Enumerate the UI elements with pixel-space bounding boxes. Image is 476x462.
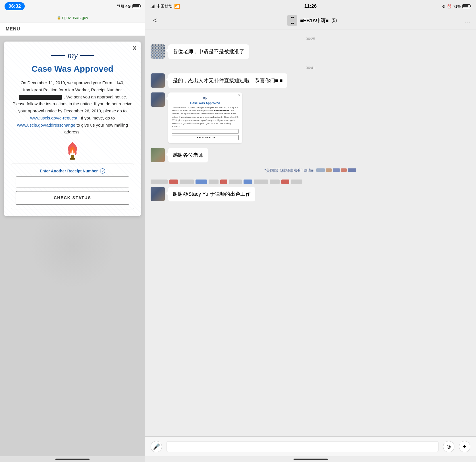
message-bubble: 各位老师，申请是不是被批准了 (168, 44, 249, 59)
message-row-screenshot: ✕ my Case Was Approved On December 11, 2… (151, 92, 470, 143)
message-input-bar: 🎤 ☺ + (145, 436, 476, 456)
message-row: 各位老师，申请是不是被批准了 (151, 44, 470, 59)
mini-body-text: On December 11, 2019, we approved your F… (172, 106, 239, 128)
status-icons: 4G (117, 4, 140, 9)
avatar (151, 73, 165, 88)
browser-url-bar[interactable]: 🔒 egov.uscis.gov (0, 13, 145, 22)
message-text: 各位老师，申请是不是被批准了 (173, 49, 244, 54)
right-status-icons: ⊙ ⏰ 71% (442, 4, 470, 9)
message-row: 谢谢@Stacy Yu 于律师的出色工作 (151, 187, 470, 201)
message-bubble: 感谢各位老师 (168, 148, 208, 162)
wifi-icon: 📶 (174, 4, 180, 9)
enter-receipt-label: Enter Another Receipt Number ? (16, 168, 129, 174)
status-bar-right: 中国移动 📶 11:26 ⊙ ⏰ 71% (145, 0, 476, 13)
invite-message: "美国廊飞律师事务所"邀请■ (151, 168, 470, 173)
plus-icon: + (463, 443, 467, 450)
approval-body: On December 11, 2019, we approved your F… (11, 79, 134, 136)
e-request-link[interactable]: www.uscis.gov/e-request (30, 116, 77, 120)
member-count: (5) (331, 18, 337, 23)
message-text: 谢谢@Stacy Yu 于律师的出色工作 (173, 191, 251, 197)
message-input-field[interactable] (167, 441, 438, 452)
uscis-panel: 06:32 4G 🔒 egov.uscis.gov MENU + X (0, 0, 145, 462)
approval-title: Case Was Approved (11, 64, 134, 74)
signal-bars-icon (151, 4, 155, 8)
enter-receipt-section: Enter Another Receipt Number ? CHECK STA… (11, 164, 134, 209)
chat-title: ■EB1A申请■ (300, 17, 329, 24)
timestamp-2: 06:41 (151, 66, 470, 70)
back-button[interactable]: < (151, 15, 160, 26)
carrier-name: 中国移动 (157, 4, 172, 9)
alarm-icon: ⏰ (447, 4, 452, 9)
battery-percent: 71% (453, 4, 461, 9)
check-status-button[interactable]: CHECK STATUS (16, 191, 129, 205)
message-bubble: 是的，杰出人才无补件直接通过啦！恭喜你们■ ■ (168, 73, 287, 88)
emoji-icon: ☺ (446, 443, 452, 450)
voice-button[interactable]: 🎤 (151, 441, 162, 452)
address-change-link[interactable]: www.uscis.gov/addresschange (17, 123, 75, 127)
timestamp-1: 06:25 (151, 37, 470, 41)
time-display: 06:32 (5, 2, 25, 10)
mini-check-status: CHECK STATUS (172, 135, 239, 140)
screenshot-bubble: ✕ my Case Was Approved On December 11, 2… (168, 92, 242, 143)
group-avatar: ▪▪▪▪ (287, 15, 297, 26)
approval-modal: X my Case Was Approved On December 11, 2… (4, 42, 141, 216)
wechat-panel: 中国移动 📶 11:26 ⊙ ⏰ 71% < ▪▪▪▪ ■EB1A申请■ (5)… (145, 0, 476, 462)
emoji-button[interactable]: ☺ (443, 441, 454, 452)
logo-dash-right (80, 55, 94, 56)
mini-script-text: my (203, 96, 207, 100)
status-bar-left: 06:32 4G (0, 0, 145, 13)
message-text: 感谢各位老师 (173, 152, 203, 158)
signal-bars-icon (117, 5, 124, 8)
message-bubble: 谢谢@Stacy Yu 于律师的出色工作 (168, 187, 255, 201)
messages-area: 06:25 各位老师，申请是不是被批准了 06:41 是的，杰出人才无补件直接通… (145, 30, 476, 436)
screen-record-icon: ⊙ (442, 4, 445, 9)
mini-input (172, 129, 239, 134)
battery-icon (132, 4, 140, 8)
voice-icon: 🎤 (153, 443, 160, 450)
mini-logo: my (172, 96, 239, 100)
chat-header: < ▪▪▪▪ ■EB1A申请■ (5) ... (145, 13, 476, 30)
message-row: 是的，杰出人才无补件直接通过啦！恭喜你们■ ■ (151, 73, 470, 88)
network-label: 4G (125, 4, 131, 9)
more-options-button[interactable]: ... (464, 17, 470, 24)
add-button[interactable]: + (459, 441, 470, 452)
home-indicator-right (145, 456, 476, 462)
logo-dash-left (51, 55, 65, 56)
invite-link: "美国廊飞律师事务所"邀请■ (265, 168, 313, 173)
home-indicator (0, 456, 145, 462)
avatar (151, 148, 165, 162)
myuscis-logo: my (11, 50, 134, 61)
avatar (151, 44, 165, 59)
menu-label[interactable]: MENU + (6, 26, 25, 31)
message-text: 是的，杰出人才无补件直接通过啦！恭喜你们■ ■ (173, 78, 283, 83)
home-bar (55, 459, 90, 460)
avatar (151, 92, 165, 107)
help-icon[interactable]: ? (100, 168, 105, 174)
logo-script: my (67, 50, 77, 61)
group-qr-icon: ▪▪▪▪ (290, 15, 294, 26)
home-bar-right (294, 459, 328, 460)
svg-rect-1 (70, 158, 75, 160)
redacted-receipt (19, 95, 62, 100)
chat-title-area: ▪▪▪▪ ■EB1A申请■ (5) (160, 15, 464, 26)
mini-close-icon: ✕ (238, 94, 240, 97)
receipt-number-input[interactable] (16, 176, 129, 187)
close-button[interactable]: X (133, 45, 136, 51)
message-row: 感谢各位老师 (151, 148, 470, 162)
url-text: egov.uscis.gov (62, 15, 88, 20)
time-display-right: 11:26 (304, 3, 317, 9)
carrier-signal-group: 中国移动 📶 (151, 4, 180, 9)
battery-icon-right (462, 4, 470, 8)
uscis-content: X my Case Was Approved On December 11, 2… (0, 36, 145, 456)
menu-bar: MENU + (0, 22, 145, 36)
lock-icon: 🔒 (57, 16, 61, 20)
uscis-flame-icon (11, 140, 134, 160)
mini-approved-title: Case Was Approved (172, 101, 239, 105)
blurred-message-row (151, 178, 470, 186)
avatar (151, 187, 165, 201)
